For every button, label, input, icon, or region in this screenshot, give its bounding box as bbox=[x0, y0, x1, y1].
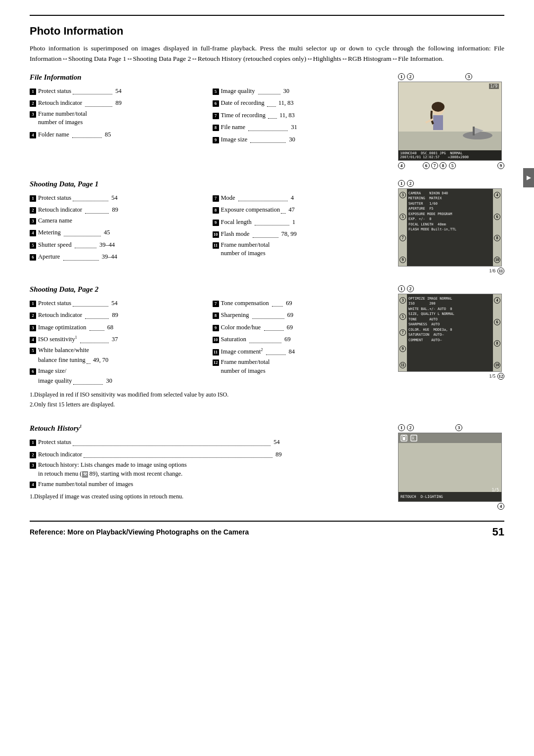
sdp1-col2: 7 Mode 4 8 Exposure compensation 47 9 Fo… bbox=[213, 192, 390, 264]
svg-rect-3 bbox=[473, 127, 475, 135]
retouch-history-footnotes: 1.Displayed if image was created using o… bbox=[30, 493, 389, 500]
screen1-data-bar: 100NCD40 DSC_0001 JPG NORMAL 2007/01/01 … bbox=[399, 150, 501, 160]
badge-1: 1 bbox=[398, 73, 405, 80]
badge-s3-10: 10 bbox=[494, 362, 500, 368]
retouch-history-section: Retouch History1 1 Protect status 54 2 R… bbox=[30, 424, 504, 510]
list-item: 8 Sharpening 69 bbox=[213, 310, 390, 320]
list-item: 6 Image size/image quality 30 bbox=[30, 367, 207, 386]
badge-s3-11: 11 bbox=[400, 362, 406, 368]
file-info-col2: 5 Image quality 30 6 Date of recording 1… bbox=[213, 86, 390, 146]
badge-s3-1: 1 bbox=[398, 285, 405, 292]
retouch-icon-s4: R bbox=[410, 435, 417, 442]
list-item: 12 Frame number/totalnumber of images bbox=[213, 358, 390, 375]
shooting-data-page2-footnotes: 1.Displayed in red if ISO sensitivity wa… bbox=[30, 391, 389, 409]
list-item: 6 Aperture 39–44 bbox=[30, 251, 207, 262]
list-item: 4 Metering 45 bbox=[30, 227, 207, 237]
shooting-data-page1-content: Shooting Data, Page 1 1 Protect status 5… bbox=[30, 180, 389, 274]
page-title: Photo Information bbox=[30, 25, 504, 38]
list-item: 3 Camera name bbox=[30, 217, 207, 225]
screen2-frame-count: 1/6 bbox=[489, 268, 495, 273]
screen4-display: R RETOUCH D-LIGHTING 1/5 bbox=[398, 433, 502, 502]
list-item: 8 File name 31 bbox=[213, 122, 390, 132]
file-info-col1: 1 Protect status 54 2 Retouch indicator … bbox=[30, 86, 207, 146]
list-item: 10 Saturation 69 bbox=[213, 334, 390, 344]
retouch-history-content: Retouch History1 1 Protect status 54 2 R… bbox=[30, 424, 389, 510]
bottom-bar: Reference: More on Playback/Viewing Phot… bbox=[30, 521, 504, 538]
badge-s3-7: 7 bbox=[400, 329, 406, 336]
screen2-bottom: 1/6 11 bbox=[398, 267, 504, 274]
list-item: 8 Exposure compensation 47 bbox=[213, 204, 390, 215]
list-item: 7 Time of recording 11, 83 bbox=[213, 110, 390, 120]
file-information-section: File Information 1 Protect status 54 2 R… bbox=[30, 73, 504, 169]
screen1-badges-top: 1 2 3 bbox=[398, 73, 504, 80]
footnote-1: 1.Displayed in red if ISO sensitivity wa… bbox=[30, 391, 389, 399]
list-item: 4 ISO sensitivity1 37 bbox=[30, 334, 207, 344]
badge-s4-1: 1 bbox=[398, 424, 405, 431]
badge-s2-11: 11 bbox=[497, 267, 504, 274]
footnote-2: 2.Only first 15 letters are displayed. bbox=[30, 400, 389, 409]
screen3-bottom: 1/5 12 bbox=[398, 373, 504, 380]
svg-rect-0 bbox=[399, 82, 502, 132]
top-border bbox=[30, 15, 504, 16]
badge-6: 6 bbox=[423, 162, 430, 169]
badge-s4-4: 4 bbox=[497, 503, 504, 510]
screen4-frame-count: 1/5 bbox=[492, 488, 499, 492]
list-item: 2 Retouch indicator 89 bbox=[30, 449, 389, 459]
page-number: 51 bbox=[492, 526, 504, 538]
badge-s2-1: 1 bbox=[398, 180, 405, 187]
screen1-display: 100NCD40 DSC_0001 JPG NORMAL 2007/01/01 … bbox=[398, 82, 502, 161]
list-item: 10 Flash mode 78, 99 bbox=[213, 228, 390, 239]
badge-s2-10: 10 bbox=[494, 257, 500, 263]
rh-footnote: 1.Displayed if image was created using o… bbox=[30, 493, 389, 500]
list-item: 3 Retouch history: Lists changes made to… bbox=[30, 461, 389, 478]
shooting-data-page1-section: Shooting Data, Page 1 1 Protect status 5… bbox=[30, 180, 504, 274]
sdp2-col1: 1 Protect status 54 2 Retouch indicator … bbox=[30, 298, 207, 388]
badge-5: 5 bbox=[449, 162, 456, 169]
list-item: 7 Tone compensation 69 bbox=[213, 298, 390, 308]
badge-s3-4: 4 bbox=[494, 297, 500, 304]
svg-point-7 bbox=[432, 102, 445, 112]
screen2-container: 1 2 3 5 7 9 CAMERA NIKON D40 METERING MA… bbox=[398, 180, 504, 274]
protect-icon bbox=[400, 435, 407, 442]
badge-s2-7: 7 bbox=[400, 235, 406, 241]
screen3-badges-top: 1 2 bbox=[398, 285, 504, 292]
badge-s2-3: 3 bbox=[400, 192, 406, 198]
screen1-container: 1 2 3 bbox=[398, 73, 504, 169]
badge-s2-8: 8 bbox=[494, 235, 500, 241]
badge-s3-5: 5 bbox=[400, 313, 406, 320]
file-information-content: File Information 1 Protect status 54 2 R… bbox=[30, 73, 389, 169]
retouch-history-title: Retouch History1 bbox=[30, 424, 389, 433]
file-information-list: 1 Protect status 54 2 Retouch indicator … bbox=[30, 86, 389, 146]
badge-7: 7 bbox=[431, 162, 438, 169]
screen3-data: OPTIMIZE IMAGE NORMAL ISO 200 WHITE BAL.… bbox=[407, 294, 493, 371]
screen3-left-badges: 3 5 7 9 11 bbox=[399, 294, 407, 371]
list-item: 2 Retouch indicator 89 bbox=[30, 204, 207, 215]
shooting-data-page1-title: Shooting Data, Page 1 bbox=[30, 180, 389, 188]
bottom-label: Reference: More on Playback/Viewing Phot… bbox=[30, 528, 249, 536]
list-item: 1 Protect status 54 bbox=[30, 298, 207, 308]
badge-3: 3 bbox=[465, 73, 472, 80]
list-item: 5 Shutter speed 39–44 bbox=[30, 239, 207, 250]
screen1-badges-bottom: 4 6 7 8 5 9 bbox=[398, 162, 504, 169]
screen2-left-badges: 3 5 7 9 bbox=[399, 189, 407, 266]
list-item: 11 Frame number/totalnumber of images bbox=[213, 241, 390, 258]
screen2-right-badges: 4 6 8 10 bbox=[493, 189, 501, 266]
badge-s2-9: 9 bbox=[400, 257, 406, 263]
badge-s3-6: 6 bbox=[494, 319, 500, 325]
svg-text:R: R bbox=[412, 436, 415, 441]
screen4-bottom: 4 bbox=[398, 503, 504, 510]
svg-rect-10 bbox=[402, 437, 405, 440]
list-item: 1 Protect status 54 bbox=[30, 192, 207, 203]
list-item: 7 Mode 4 bbox=[213, 192, 390, 203]
badge-s3-12: 12 bbox=[497, 373, 504, 380]
badge-8: 8 bbox=[440, 162, 446, 169]
screen4-badges-top: 1 2 3 bbox=[398, 424, 504, 431]
badge-s2-2: 2 bbox=[407, 180, 414, 187]
list-item: 9 Color mode/hue 69 bbox=[213, 322, 390, 332]
sdp2-col2: 7 Tone compensation 69 8 Sharpening 69 9… bbox=[213, 298, 390, 388]
shooting-data-page1-list: 1 Protect status 54 2 Retouch indicator … bbox=[30, 192, 389, 264]
badge-s3-3: 3 bbox=[400, 297, 406, 304]
list-item: 9 Focal length 1 bbox=[213, 217, 390, 227]
screen4-data: RETOUCH D-LIGHTING bbox=[399, 492, 501, 501]
shooting-data-page2-section: Shooting Data, Page 2 1 Protect status 5… bbox=[30, 285, 504, 414]
